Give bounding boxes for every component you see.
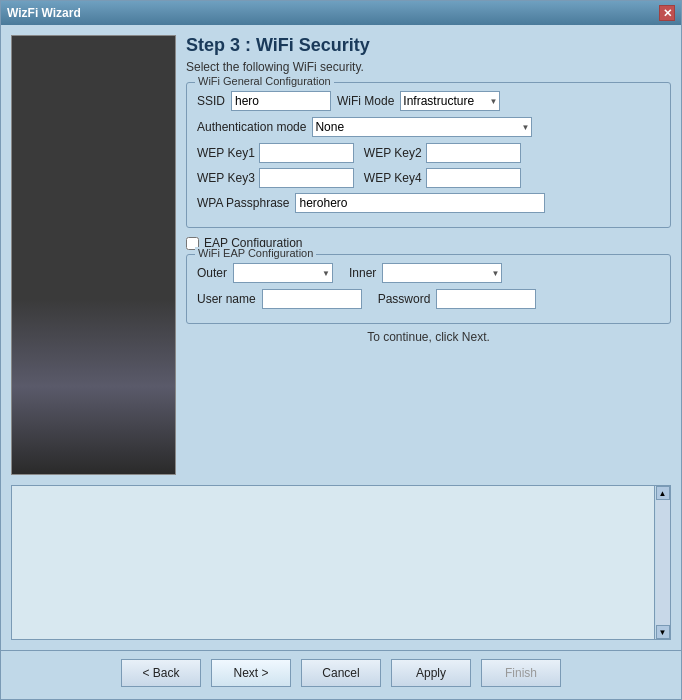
next-button[interactable]: Next > xyxy=(211,659,291,687)
step-title: Step 3 : WiFi Security xyxy=(186,35,671,56)
username-input[interactable] xyxy=(262,289,362,309)
wep-keys-row: WEP Key1 WEP Key3 WEP Key2 xyxy=(197,143,660,188)
window: WizFi Wizard ✕ Step 3 : WiFi Security Se… xyxy=(0,0,682,700)
inner-select-wrapper xyxy=(382,263,502,283)
scroll-up-button[interactable]: ▲ xyxy=(656,486,670,500)
wifi-mode-select-wrapper: Infrastructure Ad-hoc xyxy=(400,91,500,111)
finish-button[interactable]: Finish xyxy=(481,659,561,687)
ssid-label: SSID xyxy=(197,94,225,108)
wep-key2-label: WEP Key2 xyxy=(364,146,422,160)
outer-select[interactable] xyxy=(233,263,333,283)
wifi-general-label: WiFi General Configuration xyxy=(195,75,334,87)
main-panel: Step 3 : WiFi Security Select the follow… xyxy=(1,25,681,485)
content-area: Step 3 : WiFi Security Select the follow… xyxy=(1,25,681,699)
wpa-passphrase-input[interactable] xyxy=(295,193,545,213)
password-label: Password xyxy=(378,292,431,306)
ssid-input[interactable] xyxy=(231,91,331,111)
outer-select-wrapper xyxy=(233,263,333,283)
wep-key2-row: WEP Key2 xyxy=(364,143,521,163)
apply-button[interactable]: Apply xyxy=(391,659,471,687)
log-panel: ▲ ▼ xyxy=(11,485,671,640)
ssid-row: SSID WiFi Mode Infrastructure Ad-hoc xyxy=(197,91,660,111)
wep-key4-label: WEP Key4 xyxy=(364,171,422,185)
close-button[interactable]: ✕ xyxy=(659,5,675,21)
scroll-down-button[interactable]: ▼ xyxy=(656,625,670,639)
outer-inner-row: Outer Inner xyxy=(197,263,660,283)
continue-text: To continue, click Next. xyxy=(186,330,671,344)
username-label: User name xyxy=(197,292,256,306)
wifi-mode-label: WiFi Mode xyxy=(337,94,394,108)
window-title: WizFi Wizard xyxy=(7,6,81,20)
auth-mode-row: Authentication mode None WEP WPA WPA2 xyxy=(197,117,660,137)
auth-mode-label: Authentication mode xyxy=(197,120,306,134)
step-subtitle: Select the following WiFi security. xyxy=(186,60,671,74)
cancel-button[interactable]: Cancel xyxy=(301,659,381,687)
outer-label: Outer xyxy=(197,266,227,280)
wep-col-right: WEP Key2 WEP Key4 xyxy=(364,143,521,188)
wep-key3-row: WEP Key3 xyxy=(197,168,354,188)
wep-key3-label: WEP Key3 xyxy=(197,171,255,185)
auth-mode-select-wrapper: None WEP WPA WPA2 xyxy=(312,117,532,137)
wifi-general-group: WiFi General Configuration SSID WiFi Mod… xyxy=(186,82,671,228)
wep-key2-input[interactable] xyxy=(426,143,521,163)
wifi-eap-label: WiFi EAP Configuration xyxy=(195,247,316,259)
password-input[interactable] xyxy=(436,289,536,309)
inner-select[interactable] xyxy=(382,263,502,283)
wep-key4-row: WEP Key4 xyxy=(364,168,521,188)
title-bar: WizFi Wizard ✕ xyxy=(1,1,681,25)
bottom-buttons: < Back Next > Cancel Apply Finish xyxy=(1,650,681,699)
auth-mode-select[interactable]: None WEP WPA WPA2 xyxy=(312,117,532,137)
wep-col-left: WEP Key1 WEP Key3 xyxy=(197,143,354,188)
wep-key1-input[interactable] xyxy=(259,143,354,163)
back-button[interactable]: < Back xyxy=(121,659,201,687)
wpa-passphrase-label: WPA Passphrase xyxy=(197,196,289,210)
wep-key1-label: WEP Key1 xyxy=(197,146,255,160)
wizard-image xyxy=(11,35,176,475)
wifi-mode-select[interactable]: Infrastructure Ad-hoc xyxy=(400,91,500,111)
wpa-passphrase-row: WPA Passphrase xyxy=(197,193,660,213)
wep-key1-row: WEP Key1 xyxy=(197,143,354,163)
user-pass-row: User name Password xyxy=(197,289,660,309)
inner-label: Inner xyxy=(349,266,376,280)
wep-key3-input[interactable] xyxy=(259,168,354,188)
log-scrollbar: ▲ ▼ xyxy=(654,486,670,639)
scroll-track xyxy=(656,500,670,625)
wifi-eap-group: WiFi EAP Configuration Outer Inner xyxy=(186,254,671,324)
wep-key4-input[interactable] xyxy=(426,168,521,188)
right-panel: Step 3 : WiFi Security Select the follow… xyxy=(186,35,671,475)
